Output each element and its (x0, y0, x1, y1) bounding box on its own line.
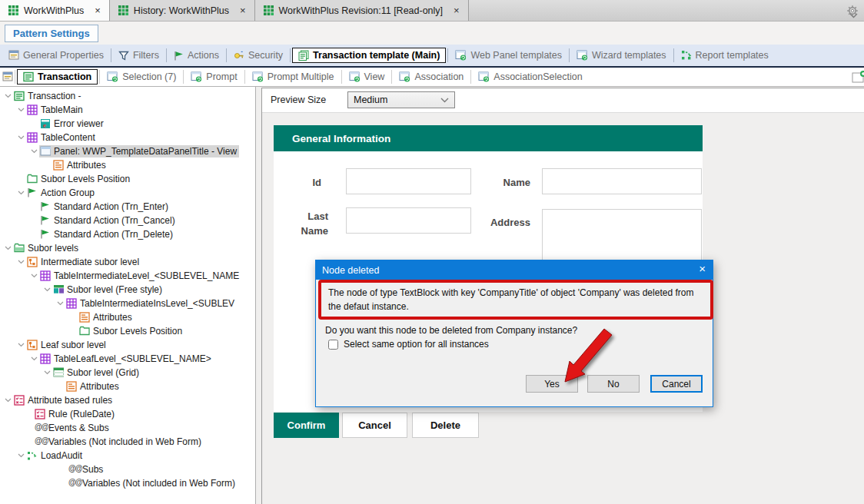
tree-item-content: @@Events & Subs (34, 422, 111, 434)
tree-item-label: Intermediate subor level (41, 257, 139, 267)
chevron-down-icon[interactable] (3, 398, 13, 403)
toolbar-item-security[interactable]: Security (228, 48, 288, 63)
grid-icon (53, 367, 64, 378)
tree-item-tablemain[interactable]: TableMain (0, 103, 255, 117)
toolbar-item-view[interactable]: View (344, 69, 390, 85)
toolbar-separator (673, 48, 674, 62)
delete-button[interactable]: Delete (412, 413, 479, 438)
toolbar-item-prompt-multiple[interactable]: Prompt Multiple (247, 69, 340, 85)
tree-item-events-subs[interactable]: @@Events & Subs (0, 421, 255, 435)
chevron-down-icon[interactable] (16, 453, 26, 458)
tree-item-tableintermediateinslevel-sublev[interactable]: TableIntermediateInsLevel_<SUBLEV (0, 297, 255, 310)
chevron-down-icon[interactable] (3, 94, 13, 98)
tree-item-error-viewer[interactable]: eError viewer (0, 117, 255, 131)
document-tab[interactable]: WorkWithPlus× (0, 0, 110, 21)
last-name-field[interactable] (346, 207, 471, 234)
dialog-close-icon[interactable]: × (699, 263, 706, 274)
tree-item-panel-wwp-templatedatapaneltitle-view[interactable]: Panel: WWP_TemplateDataPanelTitle - View (0, 144, 255, 158)
cancel-button[interactable]: Cancel (342, 413, 407, 438)
tree-item-attributes[interactable]: Attributes (0, 158, 255, 172)
toolbar-separator (183, 70, 184, 84)
confirm-button[interactable]: Confirm (274, 413, 339, 438)
tree-item-standard-action-trn-cancel[interactable]: Standard Action (Trn_Cancel) (0, 214, 255, 227)
dialog-yes-button[interactable]: Yes (526, 375, 578, 393)
toolbar-item-actions[interactable]: Actions (168, 48, 224, 63)
chevron-down-icon[interactable] (42, 287, 52, 292)
id-field[interactable] (346, 168, 471, 194)
tree-item-transaction[interactable]: Transaction - (0, 89, 255, 103)
dialog-no-button[interactable]: No (587, 375, 640, 393)
chevron-down-icon[interactable] (29, 356, 39, 361)
chevron-down-icon[interactable] (29, 149, 39, 154)
tree-item-label: Leaf subor level (41, 340, 106, 350)
toolbar-item-general-properties[interactable]: General Properties (3, 48, 109, 63)
folder-outline-icon (27, 174, 38, 184)
new-object-icon[interactable] (852, 70, 864, 87)
tree-item-subor-level-free-style[interactable]: Subor level (Free style) (0, 283, 255, 297)
name-field[interactable] (542, 168, 702, 194)
chevron-down-icon[interactable] (16, 135, 26, 140)
toolbar-item-transaction-template-main[interactable]: Transaction template (Main) (292, 48, 446, 63)
toolbar-item-label: Filters (133, 50, 159, 61)
toolbar-item-label: View (364, 71, 385, 82)
toolbar-item-selection-7[interactable]: Selection (7) (101, 69, 181, 85)
tree-item-intermediate-subor-level[interactable]: Intermediate subor level (0, 255, 255, 269)
chevron-down-icon[interactable] (16, 108, 26, 112)
toolbar-item-association[interactable]: Association (394, 69, 469, 85)
at-icon: @@ (35, 423, 45, 433)
folder-outline-icon (79, 326, 90, 337)
toolbar-item-wizard-templates[interactable]: Wizard templates (571, 48, 672, 63)
at-icon: @@ (68, 464, 79, 475)
gear-icon[interactable] (846, 5, 859, 20)
tree-item-tableleaflevel-sublevel-name[interactable]: TableLeafLevel_<SUBLEVEL_NAME> (0, 352, 255, 366)
tree-item-rule-ruledate[interactable]: Rule (RuleDate) (0, 407, 255, 421)
chevron-down-icon[interactable] (3, 246, 13, 250)
toolbar-item-report-templates[interactable]: Report templates (676, 48, 774, 63)
document-tab[interactable]: History: WorkWithPlus× (110, 0, 255, 21)
close-tab-icon[interactable]: × (95, 5, 101, 15)
chevron-down-icon[interactable] (16, 343, 26, 347)
tree-item-attributes[interactable]: Attributes (0, 310, 255, 324)
chevron-down-icon[interactable] (55, 301, 65, 306)
document-tab[interactable]: WorkWithPlus Revision:11 [Read-only]× (255, 0, 469, 21)
tree-item-subor-level-grid[interactable]: Subor level (Grid) (0, 366, 255, 380)
chevron-down-icon[interactable] (16, 191, 26, 195)
tree-item-loadaudit[interactable]: LoadAudit (0, 449, 255, 463)
toolbar-item-filters[interactable]: Filters (113, 48, 164, 63)
close-tab-icon[interactable]: × (454, 5, 460, 15)
tree-item-action-group[interactable]: Action Group (0, 186, 255, 200)
tree-item-subor-levels-position[interactable]: Subor Levels Position (0, 172, 255, 186)
toolbar-item-transaction[interactable]: Transaction (17, 69, 98, 85)
chevron-down-icon[interactable] (16, 260, 26, 264)
tree-item-label: Subor level (Grid) (67, 367, 139, 378)
tree-item-variables-not-included-in-web-form[interactable]: @@Variables (Not included in Web Form) (0, 435, 255, 449)
tree-item-subor-levels[interactable]: Subor levels (0, 241, 255, 255)
close-tab-icon[interactable]: × (240, 5, 246, 15)
webpanel-icon (349, 71, 361, 82)
tree-item-attribute-based-rules[interactable]: Attribute based rules (0, 393, 255, 407)
tree-item-subor-levels-position[interactable]: Subor Levels Position (0, 324, 255, 338)
toolbar-item-associationselection[interactable]: AssociationSelection (473, 69, 587, 85)
tree-item-label: Transaction - (28, 91, 81, 101)
tree-item-tableintermediatelevel-sublevel-name[interactable]: TableIntermediateLevel_<SUBLEVEL_NAME (0, 269, 255, 283)
dialog-titlebar[interactable]: Node deleted (316, 260, 713, 280)
tab-pattern-settings[interactable]: Pattern Settings (5, 25, 98, 42)
toolbar-item-prompt[interactable]: Prompt (185, 69, 242, 85)
chevron-down-icon[interactable] (29, 274, 39, 278)
dialog-cancel-button[interactable]: Cancel (650, 375, 703, 393)
tree-item-standard-action-trn-enter[interactable]: Standard Action (Trn_Enter) (0, 200, 255, 214)
toolbar-item-web-panel-templates[interactable]: Web Panel templates (450, 48, 567, 63)
tree-item-content: TableIntermediateLevel_<SUBLEVEL_NAME (39, 270, 241, 282)
tree-item-subs[interactable]: @@Subs (0, 463, 255, 476)
tree-item-label: Standard Action (Trn_Enter) (54, 201, 168, 212)
chevron-down-icon[interactable] (42, 370, 52, 375)
same-option-checkbox[interactable] (328, 340, 338, 350)
tree-item-variables-not-included-in-web-form[interactable]: @@Variables (Not included in Web Form) (0, 476, 255, 490)
preview-size-dropdown[interactable]: Medium (347, 91, 455, 108)
tree-item-tablecontent[interactable]: TableContent (0, 131, 255, 144)
properties-icon[interactable] (2, 71, 13, 82)
tree-item-standard-action-trn-delete[interactable]: Standard Action (Trn_Delete) (0, 227, 255, 241)
tree-item-attributes[interactable]: Attributes (0, 380, 255, 393)
tree-item-leaf-subor-level[interactable]: Leaf subor level (0, 338, 255, 352)
toolbar-separator (290, 48, 291, 62)
